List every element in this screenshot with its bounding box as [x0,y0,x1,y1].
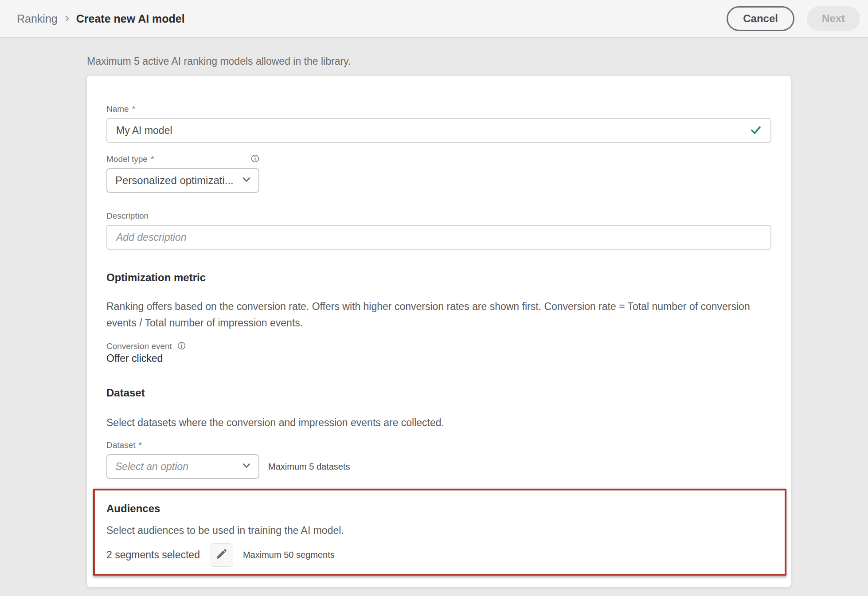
name-label: Name * [106,104,771,114]
audiences-selected-row: 2 segments selected Maximum 50 segments [106,543,785,567]
dataset-label-text: Dataset [106,440,135,451]
conversion-event-label-row: Conversion event [106,341,771,352]
info-icon[interactable] [251,154,259,165]
checkmark-icon [750,125,762,138]
audiences-heading: Audiences [106,502,785,515]
chevron-down-icon [242,175,251,186]
chevron-right-icon [63,15,71,23]
breadcrumb-ranking-link[interactable]: Ranking [17,12,58,25]
chevron-down-icon [242,461,251,472]
dataset-max-hint: Maximum 5 datasets [268,462,350,472]
segments-max-hint: Maximum 50 segments [243,550,335,560]
name-input-wrap [106,118,771,143]
required-asterisk: * [151,154,154,165]
dataset-dropdown[interactable]: Select an option [106,454,259,479]
required-asterisk: * [132,104,135,114]
dataset-select-row: Select an option Maximum 5 datasets [106,454,771,479]
conversion-event-value: Offer clicked [106,352,771,365]
model-type-dropdown[interactable]: Personalized optimizati... [106,168,259,193]
max-models-note: Maximum 5 active AI ranking models allow… [87,55,868,67]
audiences-section-highlight: Audiences Select audiences to be used in… [93,489,786,576]
conversion-event-label: Conversion event [106,341,172,352]
pencil-icon [215,549,227,561]
dataset-description: Select datasets where the conversion and… [106,415,754,431]
edit-segments-button[interactable] [210,543,233,567]
optimization-metric-description: Ranking offers based on the conversion r… [106,298,754,331]
model-type-label-text: Model type [106,154,148,165]
breadcrumb: Ranking Create new AI model [17,12,185,25]
model-type-label-row: Model type * [106,154,259,165]
cancel-button[interactable]: Cancel [727,6,794,31]
description-label-text: Description [106,211,149,221]
model-type-value: Personalized optimizati... [115,174,234,187]
segments-selected-text: 2 segments selected [106,549,200,561]
info-icon[interactable] [177,341,186,352]
dataset-placeholder: Select an option [115,461,188,473]
header-actions: Cancel Next [727,6,860,31]
description-input[interactable] [106,225,771,250]
optimization-metric-heading: Optimization metric [106,271,771,284]
main-content: Maximum 5 active AI ranking models allow… [0,38,868,587]
next-button[interactable]: Next [807,6,860,31]
description-label: Description [106,211,771,221]
model-type-label: Model type * [106,154,154,165]
audiences-description: Select audiences to be used in training … [106,522,754,539]
top-bar: Ranking Create new AI model Cancel Next [0,0,868,38]
dataset-label-row: Dataset * [106,440,771,451]
required-asterisk: * [138,440,141,451]
name-label-text: Name [106,104,129,114]
name-input[interactable] [106,118,771,143]
page-title: Create new AI model [76,12,185,25]
create-model-form-card: Name * Model type * Personalized optimiz… [87,76,791,587]
dataset-heading: Dataset [106,386,771,400]
